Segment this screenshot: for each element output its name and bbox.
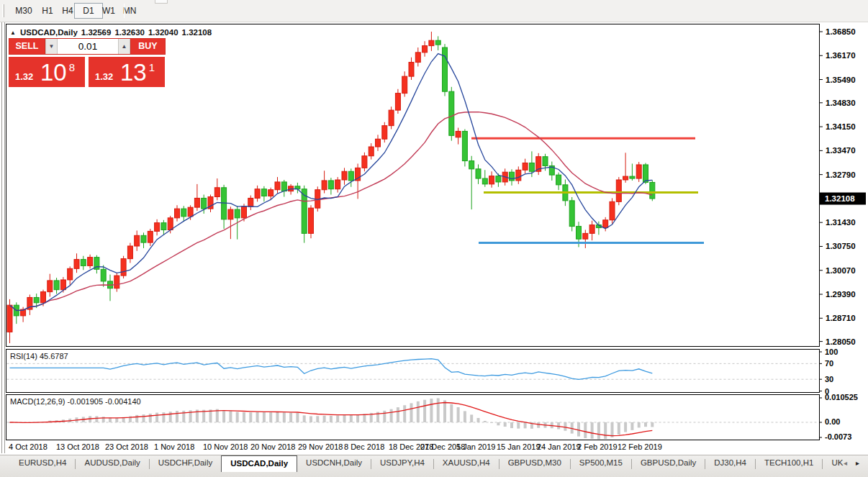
sell-button[interactable]: SELL bbox=[9, 39, 45, 54]
bid-price-prefix: 1.32 bbox=[15, 71, 33, 82]
macd-histogram-bar bbox=[403, 405, 406, 422]
chart-tab-audusd-daily[interactable]: AUDUSD,Daily bbox=[76, 455, 148, 472]
date-tick-label: 2 Feb 2019 bbox=[577, 442, 618, 451]
chart-tab-usdcad-daily[interactable]: USDCAD,Daily bbox=[221, 455, 297, 472]
chart-tab-usdcnh-daily[interactable]: USDCNH,Daily bbox=[297, 455, 371, 472]
price-tick-label: 1.34150 bbox=[826, 122, 856, 131]
macd-histogram-bar bbox=[618, 422, 620, 435]
macd-histogram-bar bbox=[309, 416, 312, 422]
macd-histogram-bar bbox=[169, 412, 172, 422]
macd-histogram-bar bbox=[510, 422, 513, 428]
bid-price-pip: 8 bbox=[69, 61, 75, 73]
candle-body bbox=[235, 209, 240, 218]
macd-histogram-bar bbox=[303, 415, 306, 422]
candle-body bbox=[81, 260, 86, 266]
chart-tab-usdchf-daily[interactable]: USDCHF,Daily bbox=[150, 455, 221, 472]
macd-histogram-bar bbox=[330, 416, 333, 422]
chart-tab-gbpusd-m30[interactable]: GBPUSD,M30 bbox=[499, 455, 570, 472]
candle-body bbox=[41, 292, 46, 303]
candle-body bbox=[309, 208, 314, 233]
chart-tab-usdjpy-h4[interactable]: USDJPY,H4 bbox=[371, 455, 433, 472]
date-tick-label: 13 Oct 2018 bbox=[56, 442, 99, 451]
candle-body bbox=[148, 231, 153, 242]
candle-body bbox=[342, 171, 347, 180]
candle-body bbox=[523, 163, 528, 171]
macd-scale-label: 0.010525 bbox=[825, 393, 858, 401]
candle-body bbox=[496, 176, 501, 182]
candle-body bbox=[489, 176, 494, 184]
candle-body bbox=[543, 157, 548, 166]
candle-body bbox=[395, 94, 400, 110]
candle-body bbox=[516, 170, 521, 181]
ohlc-low: 1.32040 bbox=[148, 28, 178, 37]
macd-histogram-bar bbox=[651, 422, 654, 427]
candle-body bbox=[630, 176, 635, 178]
price-tick-label: 1.30070 bbox=[826, 266, 856, 275]
candle-body bbox=[422, 46, 428, 53]
date-tick-label: 8 Dec 2018 bbox=[344, 442, 384, 451]
volume-input[interactable]: 0.01 bbox=[58, 39, 118, 54]
macd-histogram-bar bbox=[249, 412, 252, 422]
candle-body bbox=[409, 63, 414, 77]
collapse-icon[interactable]: ▲ bbox=[10, 29, 16, 36]
chart-tab-gbpusd-daily[interactable]: GBPUSD,Daily bbox=[632, 455, 705, 472]
candle-body bbox=[34, 297, 39, 302]
candle-body bbox=[141, 235, 146, 242]
macd-histogram-bar bbox=[517, 422, 520, 429]
macd-histogram-bar bbox=[417, 401, 420, 422]
tab-scroll-right-icon[interactable]: ▸ bbox=[851, 459, 864, 467]
candle-body bbox=[248, 198, 253, 206]
macd-histogram-bar bbox=[597, 422, 600, 440]
chart-tab-xauusd-h4[interactable]: XAUUSD,H4 bbox=[434, 455, 499, 472]
macd-histogram-bar bbox=[336, 415, 339, 422]
macd-histogram-bar bbox=[243, 412, 245, 422]
timeframe-toolbar: M30H1H4D1W1MN bbox=[0, 0, 868, 22]
macd-histogram-bar bbox=[269, 412, 272, 422]
chart-tab-dj30-h4[interactable]: DJ30,H4 bbox=[705, 455, 755, 472]
candle-body bbox=[68, 268, 73, 280]
ask-price-box[interactable]: 1.32 13 1 bbox=[89, 57, 165, 87]
macd-histogram-bar bbox=[343, 415, 346, 422]
ohlc-open: 1.32569 bbox=[81, 28, 112, 37]
candle-body bbox=[202, 198, 207, 209]
candle-body bbox=[476, 169, 481, 178]
chart-tab-eurusd-h4[interactable]: EURUSD,H4 bbox=[10, 455, 75, 472]
price-tick-label: 1.33470 bbox=[826, 146, 856, 155]
window-frame-left-inner bbox=[4, 22, 5, 453]
macd-histogram-bar bbox=[363, 414, 366, 422]
macd-histogram-bar bbox=[644, 422, 647, 427]
candle-body bbox=[616, 180, 621, 201]
date-tick-label: 20 Nov 2018 bbox=[250, 442, 295, 451]
symbol-period-label: USDCAD,Daily bbox=[20, 28, 78, 37]
macd-histogram-bar bbox=[155, 413, 158, 422]
chart-tab-sp500-m15[interactable]: SP500,M15 bbox=[571, 455, 631, 472]
volume-decrease-icon[interactable]: ▼ bbox=[45, 39, 58, 54]
ask-price-pip: 1 bbox=[149, 61, 155, 73]
candle-body bbox=[435, 40, 440, 45]
tab-scroll-left-icon[interactable]: ◂ bbox=[839, 459, 851, 467]
candle-body bbox=[610, 201, 615, 219]
candle-body bbox=[255, 189, 260, 199]
candle-body bbox=[268, 190, 273, 196]
chart-tab-tech100-h1[interactable]: TECH100,H1 bbox=[756, 455, 822, 472]
bid-price-box[interactable]: 1.32 10 8 bbox=[9, 57, 85, 87]
bid-price-main: 10 bbox=[40, 59, 67, 86]
price-tick-label: 1.30750 bbox=[826, 242, 856, 250]
price-tick-label: 1.28710 bbox=[826, 314, 856, 322]
candle-body bbox=[389, 110, 394, 126]
buy-button[interactable]: BUY bbox=[130, 39, 165, 54]
price-tick-label: 1.35490 bbox=[826, 76, 856, 84]
price-tick-label: 1.28050 bbox=[826, 337, 856, 346]
volume-increase-icon[interactable]: ▲ bbox=[118, 39, 130, 54]
macd-histogram-bar bbox=[564, 422, 566, 431]
ask-price-prefix: 1.32 bbox=[95, 71, 113, 82]
candle-body bbox=[636, 165, 641, 178]
candle-body bbox=[335, 180, 340, 189]
candle-body bbox=[362, 156, 367, 168]
macd-histogram-bar bbox=[504, 422, 507, 427]
timeframe-mn-button[interactable]: MN bbox=[114, 3, 145, 19]
candle-body bbox=[127, 246, 132, 259]
candle-body bbox=[275, 182, 280, 190]
macd-histogram-bar bbox=[577, 422, 580, 437]
candle-body bbox=[650, 182, 655, 199]
